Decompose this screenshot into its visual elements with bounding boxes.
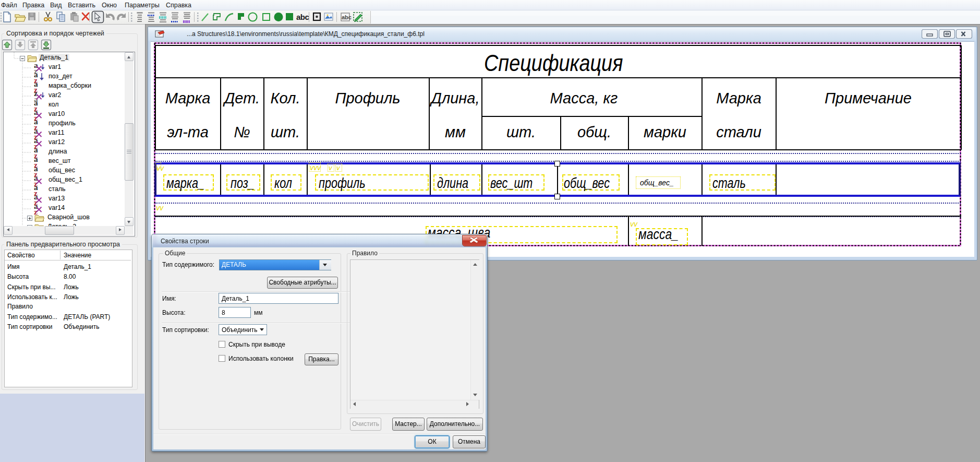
svg-text:abc: abc: [342, 14, 352, 20]
svg-text:abc: abc: [296, 13, 309, 21]
